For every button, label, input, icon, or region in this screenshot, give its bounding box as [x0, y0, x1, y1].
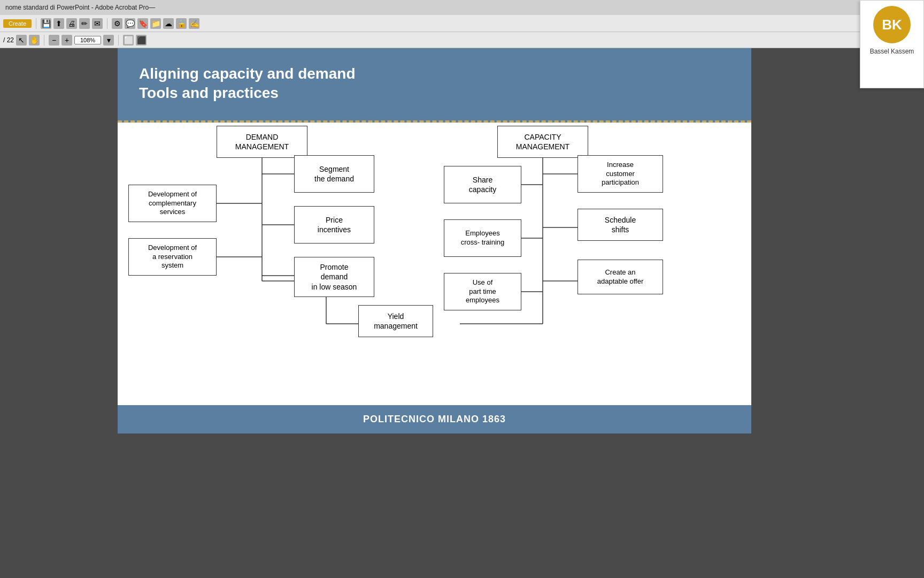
protect-icon[interactable]: 🔒 [176, 18, 187, 29]
cross-training-box: Employeescross- training [444, 219, 521, 257]
capacity-header-text: CAPACITYMANAGEMENT [516, 132, 569, 151]
hand-tool[interactable]: ✋ [29, 35, 40, 45]
titlebar-close[interactable]: — [149, 4, 155, 11]
sign-icon[interactable]: ✍ [189, 18, 199, 29]
save-icon[interactable]: 💾 [41, 18, 51, 29]
slide-footer: POLITECNICO MILANO 1863 [118, 405, 751, 434]
yield-box: Yieldmanagement [358, 305, 433, 337]
folder-icon[interactable]: 📁 [150, 18, 161, 29]
select-tool[interactable]: ↖ [16, 35, 27, 45]
increase-customer-box: Increasecustomerparticipation [578, 155, 663, 193]
adaptable-offer-box: Create anadaptable offer [578, 260, 663, 294]
toolbar-separator-1 [36, 18, 36, 29]
slide-container: Aligning capacity and demand Tools and p… [118, 48, 751, 434]
user-avatar: BK [873, 6, 911, 43]
zoom-in-icon[interactable]: + [61, 35, 72, 45]
zoom-dropdown[interactable]: ▾ [103, 35, 114, 45]
cloud-icon[interactable]: ☁ [163, 18, 174, 29]
email-icon[interactable]: ✉ [92, 18, 103, 29]
price-box: Priceincentives [294, 206, 374, 244]
slide-header: Aligning capacity and demand Tools and p… [118, 48, 751, 114]
zoom-input[interactable] [74, 36, 101, 44]
comment-icon[interactable]: 💬 [125, 18, 135, 29]
toolbar-separator-4 [118, 35, 119, 45]
share-capacity-box: Sharecapacity [444, 166, 521, 203]
demand-header-text: DEMANDMANAGEMENT [235, 132, 289, 151]
titlebar-title: nome standard di PowerPoint - Adobe Acro… [5, 4, 149, 11]
user-panel: BK Bassel Kassem [860, 0, 924, 88]
zoom-out-icon[interactable]: − [49, 35, 59, 45]
user-name: Bassel Kassem [870, 48, 914, 55]
comp-services-box: Development ofcomplementaryservices [128, 185, 217, 222]
titlebar: nome standard di PowerPoint - Adobe Acro… [0, 0, 924, 15]
fit-page-icon[interactable]: ⬜ [123, 35, 134, 45]
footer-text: POLITECNICO MILANO 1863 [363, 414, 506, 425]
edit-icon[interactable]: ✏ [79, 18, 90, 29]
segment-box: Segmentthe demand [294, 155, 374, 193]
upload-icon[interactable]: ⬆ [53, 18, 64, 29]
toolbar-separator-3 [44, 35, 44, 45]
main-toolbar: Create 💾 ⬆ 🖨 ✏ ✉ ⚙ 💬 🔖 📁 ☁ 🔒 ✍ [0, 15, 924, 32]
toolbar-separator-2 [107, 18, 107, 29]
create-button[interactable]: Create [3, 19, 32, 28]
reservation-box: Development ofa reservationsystem [128, 238, 217, 276]
zoom-toolbar: / 22 ↖ ✋ − + ▾ ⬜ ⬛ [0, 32, 924, 48]
demand-header-box: DEMANDMANAGEMENT [217, 126, 307, 158]
page-info: / 22 [3, 36, 14, 44]
part-time-box: Use ofpart timeemployees [444, 273, 521, 310]
promote-box: Promotedemandin low season [294, 257, 374, 297]
capacity-header-box: CAPACITYMANAGEMENT [497, 126, 588, 158]
schedule-shifts-box: Scheduleshifts [578, 209, 663, 241]
settings-icon[interactable]: ⚙ [112, 18, 122, 29]
print-icon[interactable]: 🖨 [66, 18, 77, 29]
slide-title: Aligning capacity and demand Tools and p… [139, 64, 730, 103]
diagram: DEMANDMANAGEMENT Development ofcomplemen… [118, 115, 751, 415]
bookmark-icon[interactable]: 🔖 [137, 18, 148, 29]
fit-width-icon[interactable]: ⬛ [136, 35, 147, 45]
